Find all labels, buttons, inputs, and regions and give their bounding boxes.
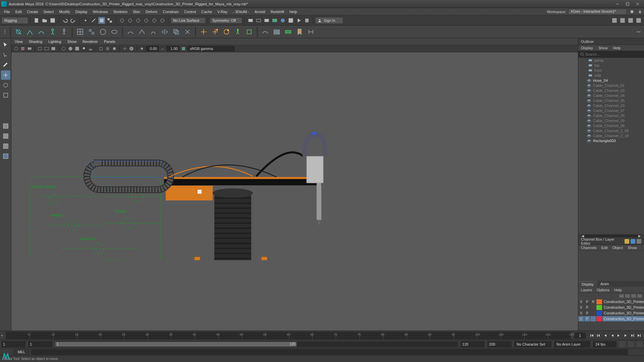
menu-3dtoall[interactable]: - 3DtoAll - xyxy=(230,9,252,14)
image-plane-icon[interactable] xyxy=(27,46,32,51)
range-slider[interactable]: 1 120 xyxy=(55,342,458,347)
render-settings-icon[interactable] xyxy=(271,17,278,24)
resolution-gate-icon[interactable] xyxy=(44,46,49,51)
wire-deformer-icon[interactable] xyxy=(98,27,108,37)
layout-four-icon[interactable] xyxy=(1,131,10,141)
render-frame-icon[interactable] xyxy=(247,17,254,24)
panel-shading[interactable]: Shading xyxy=(29,40,42,44)
open-scene-icon[interactable] xyxy=(41,17,48,24)
snap-grid-icon[interactable] xyxy=(119,17,125,24)
menu-redshift[interactable]: Redshift xyxy=(268,9,287,14)
goto-start-icon[interactable] xyxy=(589,333,595,339)
select-mode-object-icon[interactable] xyxy=(106,17,113,24)
pref-icon[interactable] xyxy=(637,341,643,347)
outliner-item[interactable]: Cable_Channel_2_19 xyxy=(578,133,644,138)
layer-row[interactable]: VPConstruction_3D_Printer_Rigg xyxy=(578,316,644,322)
layer-r-toggle[interactable]: R xyxy=(590,299,596,304)
snap-plane-icon[interactable] xyxy=(143,17,150,24)
goto-end-icon[interactable] xyxy=(636,333,642,339)
range-inner-end[interactable] xyxy=(461,341,485,347)
rigid-bind-icon[interactable] xyxy=(137,27,147,37)
outliner-search-input[interactable] xyxy=(585,52,643,56)
chbox-layer-icon[interactable] xyxy=(637,239,641,244)
chbox-object[interactable]: Object xyxy=(612,246,623,250)
snap-live-icon[interactable] xyxy=(151,17,158,24)
chbox-shape-icon[interactable] xyxy=(631,239,635,244)
play-forward-icon[interactable] xyxy=(616,333,622,339)
xray-joints-icon[interactable] xyxy=(112,46,117,51)
autokey-icon[interactable] xyxy=(619,341,625,347)
range-inner-start[interactable] xyxy=(28,341,52,347)
render-pause-icon[interactable] xyxy=(304,17,310,24)
expose-icon[interactable] xyxy=(139,46,145,51)
outliner-help[interactable]: Help xyxy=(613,46,621,50)
shelf-tab-handle[interactable] xyxy=(1,26,8,38)
toggle-channelbox-icon[interactable] xyxy=(635,17,642,24)
mirror-weights-icon[interactable] xyxy=(160,27,169,37)
cmd-lang[interactable]: MEL xyxy=(13,349,30,355)
constraint-orient-icon[interactable] xyxy=(222,27,231,37)
copy-weights-icon[interactable] xyxy=(171,27,181,37)
maximize-button[interactable] xyxy=(623,1,633,7)
hypershade-icon[interactable] xyxy=(279,17,286,24)
outliner-item[interactable]: Rectangle003 xyxy=(578,138,644,143)
layer-v-toggle[interactable]: V xyxy=(578,305,584,310)
playblast-icon[interactable] xyxy=(296,17,302,24)
wire-on-shaded-icon[interactable] xyxy=(129,46,134,51)
timeline-ruler[interactable]: 5101520253035404550556065707580859095100… xyxy=(6,332,572,339)
symmetry-selector[interactable]: Symmetry: Off xyxy=(210,17,242,23)
move-tool[interactable] xyxy=(1,70,10,80)
signin-button[interactable]: Sign In xyxy=(315,17,343,24)
outliner-item[interactable]: front xyxy=(578,68,644,73)
step-back-icon[interactable] xyxy=(602,333,608,339)
outliner-item[interactable]: side xyxy=(578,73,644,78)
shading-wire-icon[interactable] xyxy=(61,46,66,51)
layer-help[interactable]: Help xyxy=(614,288,622,292)
constraint-point-icon[interactable] xyxy=(199,27,208,37)
menu-modify[interactable]: Modify xyxy=(56,9,72,14)
menu-arnold[interactable]: Arnold xyxy=(252,9,268,14)
color-mgmt-icon[interactable] xyxy=(181,46,186,51)
scale-tool[interactable] xyxy=(1,90,10,100)
mode-selector[interactable]: Rigging xyxy=(1,17,28,24)
outliner-item[interactable]: Cable_Channel_05 xyxy=(578,98,644,103)
dope-sheet-icon[interactable] xyxy=(272,27,281,37)
hik-ctrl-icon[interactable] xyxy=(245,27,254,37)
select-tool[interactable] xyxy=(1,40,10,50)
menu-skin[interactable]: Skin xyxy=(130,9,143,14)
select-mode-vertex-icon[interactable] xyxy=(82,17,89,24)
select-mode-face-icon[interactable] xyxy=(98,17,105,24)
rotate-tool[interactable] xyxy=(1,80,10,90)
menu-control[interactable]: Control xyxy=(181,9,199,14)
shading-tex-icon[interactable] xyxy=(74,46,80,51)
layer-p-toggle[interactable]: P xyxy=(584,299,590,304)
gate-mask-icon[interactable] xyxy=(51,46,56,51)
save-scene-icon[interactable] xyxy=(49,17,56,24)
redo-icon[interactable] xyxy=(70,17,76,24)
film-gate-icon[interactable] xyxy=(37,46,43,51)
ik-handle-icon[interactable] xyxy=(25,27,35,37)
outliner-list[interactable]: persptopfrontsideHose_04Cable_Channel_01… xyxy=(578,58,644,234)
skin-bind-icon[interactable] xyxy=(48,27,57,37)
layer-layers[interactable]: Layers xyxy=(581,288,592,292)
shadows-icon[interactable] xyxy=(88,46,93,51)
menu-deform[interactable]: Deform xyxy=(143,9,160,14)
snap-curve-icon[interactable] xyxy=(127,17,133,24)
close-button[interactable] xyxy=(633,1,643,7)
workspace-selector[interactable]: XGen - Interactive Groom1* xyxy=(568,9,627,15)
xray-icon[interactable] xyxy=(105,46,110,51)
ik-spline-icon[interactable] xyxy=(37,27,46,37)
hik-char-icon[interactable] xyxy=(233,27,243,37)
menu-select[interactable]: Select xyxy=(41,9,57,14)
sidebar-toggle-icon[interactable] xyxy=(629,9,635,14)
snap-point-icon[interactable] xyxy=(135,17,142,24)
layer-r-toggle[interactable] xyxy=(590,311,596,316)
layer-v-toggle[interactable]: V xyxy=(578,299,584,304)
lattice-icon[interactable] xyxy=(75,27,85,37)
paint-select-tool[interactable] xyxy=(1,60,10,70)
shading-smooth-icon[interactable] xyxy=(68,46,73,51)
toggle-attribute-icon[interactable] xyxy=(619,17,626,24)
layout-two-icon[interactable] xyxy=(1,141,10,151)
menu-help[interactable]: Help xyxy=(287,9,300,14)
outliner-item[interactable]: Cable_Channel_2_09 xyxy=(578,128,644,133)
